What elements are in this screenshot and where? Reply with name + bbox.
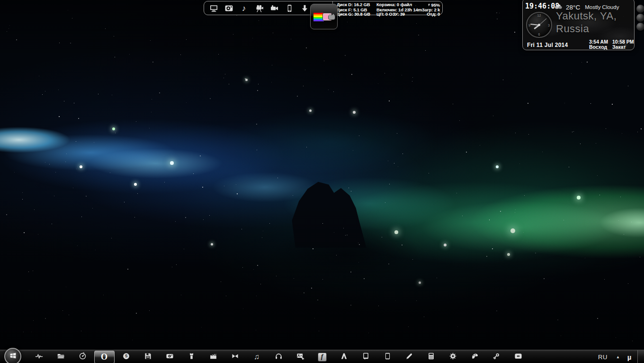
show-hidden-icons-button[interactable]: ▲ [614, 350, 622, 363]
clock-numeral: 3 [548, 23, 550, 27]
glyph-icon: ♫ [254, 353, 259, 361]
video-capture-icon[interactable] [269, 3, 279, 13]
disk-stat: Диск G: 30.8 GB [337, 12, 376, 16]
show-desktop-button[interactable] [637, 350, 644, 363]
screenshot-camera-icon[interactable] [224, 3, 233, 13]
settings-gear[interactable] [442, 350, 464, 363]
display-icon[interactable] [209, 3, 218, 13]
music-player[interactable]: ♫ [246, 350, 268, 363]
movie-camera-icon[interactable] [254, 3, 264, 13]
movie-editor[interactable] [202, 350, 224, 363]
clock-center-cap [538, 24, 540, 26]
widget-button-2[interactable] [636, 14, 644, 22]
ebook-reader[interactable] [355, 350, 376, 363]
adobe-reader[interactable] [333, 350, 355, 363]
sunrise-block: 3:54 AM Восход [589, 39, 608, 50]
location-country: Russia [556, 23, 589, 35]
taskbar: OS♫f RU ▲ µ [0, 350, 644, 363]
tablet-device[interactable] [376, 350, 398, 363]
analog-clock: 12 3 6 9 [526, 12, 552, 38]
sunset-label: Закат [612, 45, 634, 50]
calculator[interactable] [420, 350, 442, 363]
opera-o-glyph: O [101, 352, 107, 362]
start-button[interactable] [4, 348, 21, 363]
weather-condition: Mostly Cloudy [585, 4, 619, 10]
paint-tool[interactable] [464, 350, 485, 363]
notes-pencil[interactable] [398, 350, 420, 363]
tablet-icon [384, 352, 392, 362]
skype[interactable]: S [115, 350, 137, 363]
nyan-cat-launcher[interactable] [310, 4, 338, 29]
audio-headphones[interactable] [268, 350, 289, 363]
media-player-classic[interactable] [224, 350, 246, 363]
nyan-cat-icon [313, 12, 335, 23]
phone-icon[interactable] [285, 3, 294, 13]
date-display: Fri 11 Jul 2014 [527, 42, 568, 48]
nyan-head [328, 15, 335, 20]
right-stat: Отд: 0 [427, 12, 440, 16]
download-arrow-icon[interactable] [300, 3, 309, 13]
svg-text:S: S [125, 354, 127, 358]
gear-icon [449, 352, 457, 362]
system-stats-panel: Диск D: 16.2 GBКорзина: 0 файл95%Диск F:… [337, 2, 440, 14]
clapperboard-icon [209, 352, 217, 362]
utorrent-tray-icon[interactable]: µ [624, 350, 635, 363]
brush-icon [188, 352, 196, 362]
clock-weather-widget: 19:46:08 28°C Mostly Cloudy Yakutsk, YA,… [522, 0, 635, 50]
speed-dial[interactable] [72, 350, 93, 363]
photo-editor[interactable] [289, 350, 311, 363]
desktop-wallpaper: ♪ Диск D: 16.2 GBКорзина: 0 файл95%Диск … [0, 0, 644, 363]
file-explorer[interactable] [50, 350, 72, 363]
bowtie-icon [231, 352, 239, 362]
pencil-icon [405, 352, 413, 362]
capture-device[interactable] [159, 350, 180, 363]
clock-numeral: 6 [538, 33, 540, 36]
widget-button-3[interactable] [636, 23, 644, 31]
skype-icon: S [122, 352, 130, 362]
teamviewer[interactable] [507, 350, 529, 363]
activity-monitor[interactable] [28, 350, 50, 363]
flash-player[interactable]: f [311, 350, 333, 363]
windows-logo-icon [9, 351, 18, 362]
cleaner-brush[interactable] [180, 350, 202, 363]
widget-button-1[interactable] [636, 5, 644, 13]
calculator-icon [427, 352, 435, 362]
clock-numeral: 12 [537, 14, 541, 17]
headphones-icon [275, 352, 283, 362]
pulse-icon [35, 352, 43, 362]
location-city: Yakutsk, YA, [556, 10, 617, 22]
steam-icon [492, 352, 501, 362]
scanner-icon [166, 352, 174, 362]
folder-icon [57, 352, 65, 362]
opera-browser[interactable]: O [93, 350, 115, 363]
system-stat: ЦП: 0 ОЗУ: 39 [376, 12, 427, 16]
paint-icon [471, 352, 479, 362]
stats-row-3: Диск G: 30.8 GBЦП: 0 ОЗУ: 39Отд: 0 [337, 12, 440, 16]
floppy-icon [144, 352, 152, 362]
adobe-icon [340, 352, 348, 362]
teamviewer-icon [514, 352, 522, 362]
flash-f-icon: f [318, 353, 327, 362]
sunrise-label: Восход [589, 45, 608, 50]
photo-wrench-icon [296, 352, 304, 362]
music-note-icon[interactable]: ♪ [239, 3, 249, 13]
speedometer-icon [79, 352, 87, 362]
dock-icons: ♪ [209, 1, 309, 15]
save-tool[interactable] [137, 350, 159, 363]
nebula-band [0, 0, 644, 363]
language-indicator[interactable]: RU [598, 350, 608, 363]
sunset-block: 10:58 PM Закат [612, 39, 634, 50]
ebook-icon [362, 352, 370, 362]
steam[interactable] [485, 350, 507, 363]
